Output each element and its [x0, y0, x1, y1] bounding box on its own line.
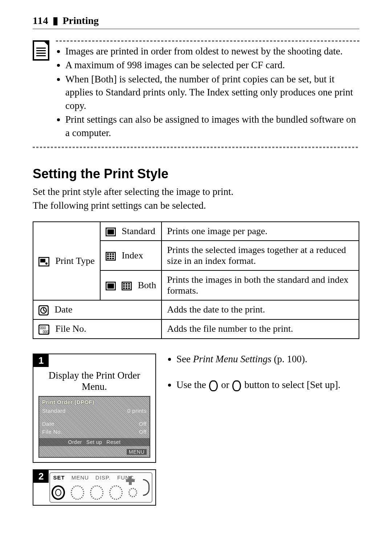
lcd-row-value: 0 prints: [127, 408, 147, 414]
camera-button-labels: SET MENU DISP. FUNC.: [53, 474, 135, 481]
svg-rect-24: [123, 287, 125, 289]
index-label: Index: [122, 250, 143, 261]
instr-text: Use the: [176, 379, 208, 390]
svg-rect-1: [40, 259, 45, 262]
camera-button-icon: [71, 485, 84, 500]
fileno-desc: Adds the file number to the print.: [162, 319, 359, 339]
svg-text:000: 000: [43, 330, 49, 334]
lead-text: Set the print style after selecting the …: [33, 185, 359, 213]
camera-button-icon: [128, 488, 137, 497]
lcd-row-value: Off: [139, 421, 147, 427]
svg-point-2: [45, 262, 48, 265]
step-2-box: 2 SET MENU DISP. FUNC.: [33, 469, 156, 506]
both-label: Both: [138, 280, 156, 290]
fileno-label: File No.: [56, 323, 86, 334]
svg-rect-10: [110, 256, 111, 257]
svg-rect-22: [126, 285, 127, 287]
lcd-tab-bar: Order Set up Reset: [39, 438, 150, 446]
svg-rect-33: [126, 479, 135, 482]
instr-ref: Print Menu Settings: [193, 354, 271, 364]
notes-block: Images are printed in order from oldest …: [33, 40, 359, 140]
step-2-number: 2: [33, 470, 49, 483]
index-cell: Index: [100, 241, 162, 270]
svg-text:000: 000: [40, 326, 46, 330]
lcd-tab: Set up: [86, 439, 102, 445]
set-label: SET: [53, 474, 65, 481]
notes-top-rule: [56, 40, 359, 42]
lead-line-1: Set the print style after selecting the …: [33, 186, 233, 197]
lcd-row-value: Off: [139, 429, 147, 435]
svg-rect-14: [112, 258, 114, 259]
lcd-tab: Order: [68, 439, 82, 445]
svg-rect-16: [107, 283, 114, 289]
svg-rect-23: [128, 285, 130, 287]
notes-bottom-rule: [33, 147, 359, 148]
dpad-icon: [126, 476, 135, 485]
svg-rect-26: [128, 287, 130, 289]
camera-lcd: Print Order (DPOF) Standard0 prints Date…: [38, 396, 150, 458]
note-item: When [Both] is selected, the number of p…: [65, 73, 359, 112]
date-cell: Date: [33, 300, 162, 319]
header-rule: [33, 28, 359, 29]
standard-cell: Standard: [100, 222, 162, 241]
both-cell: Both: [100, 270, 162, 300]
camera-button-icon: [90, 485, 103, 500]
page-header: 114 ▮ Printing: [33, 15, 359, 28]
svg-rect-11: [112, 256, 114, 257]
camera-button-icon: [109, 485, 123, 500]
table-row: Print Type Standard Prints one image per…: [33, 222, 359, 241]
index-desc: Prints the selected images together at a…: [162, 241, 359, 270]
notes-list: Images are printed in order from oldest …: [56, 45, 359, 139]
lcd-row-label: Standard: [42, 408, 66, 414]
index-icon: [106, 252, 116, 261]
lcd-row-label: File No.: [42, 429, 62, 435]
svg-rect-9: [107, 256, 109, 257]
set-button-icon: [52, 485, 65, 500]
disp-label: DISP.: [95, 474, 111, 481]
clock-icon: [38, 305, 49, 315]
note-item: A maximum of 998 images can be selected …: [65, 58, 359, 72]
svg-rect-21: [123, 285, 125, 287]
file-number-icon: 000000: [38, 325, 49, 335]
print-settings-table: Print Type Standard Prints one image per…: [33, 221, 359, 339]
fileno-cell: 000000 File No.: [33, 319, 162, 339]
svg-rect-4: [107, 229, 114, 234]
table-row: Date Adds the date to the print.: [33, 300, 359, 319]
svg-rect-20: [128, 283, 130, 285]
camera-grip-icon: [143, 479, 150, 496]
lcd-tab: Reset: [106, 439, 121, 445]
standard-label: Standard: [122, 226, 155, 236]
standard-desc: Prints one image per page.: [162, 222, 359, 241]
left-button-icon: [209, 380, 218, 391]
standard-icon: [106, 282, 116, 290]
svg-rect-18: [123, 283, 125, 285]
instr-text: button to select [Set up].: [242, 379, 340, 390]
note-page-icon: [33, 40, 49, 61]
note-item: Images are printed in order from oldest …: [65, 45, 359, 58]
svg-rect-25: [126, 287, 127, 289]
lead-line-2: The following print settings can be sele…: [33, 200, 206, 211]
print-type-label: Print Type: [56, 256, 95, 266]
standard-icon: [106, 228, 116, 236]
both-desc: Prints the images in both the standard a…: [162, 270, 359, 300]
date-label: Date: [55, 304, 73, 315]
page-section: Printing: [62, 15, 99, 26]
step-1-box: 1 Display the Print Order Menu. Print Or…: [33, 354, 156, 463]
note-item: Print settings can also be assigned to i…: [65, 113, 359, 139]
lcd-menu-tag: MENU: [127, 449, 147, 455]
instructions: See Print Menu Settings (p. 100). Use th…: [167, 354, 359, 406]
instruction-item: See Print Menu Settings (p. 100).: [176, 354, 359, 365]
index-icon: [122, 282, 132, 290]
lcd-title: Print Order (DPOF): [42, 399, 94, 405]
print-type-icon: [38, 257, 49, 266]
step-1-number: 1: [33, 354, 49, 367]
table-row: 000000 File No. Adds the file number to …: [33, 319, 359, 339]
step-1-title: Display the Print Order Menu.: [33, 367, 155, 396]
svg-rect-7: [110, 253, 111, 255]
svg-rect-6: [107, 253, 109, 255]
instr-text: or: [219, 379, 232, 390]
svg-rect-13: [110, 258, 111, 259]
svg-rect-12: [107, 258, 109, 259]
instr-text: See: [176, 354, 193, 364]
instr-text: (p. 100).: [271, 354, 307, 364]
